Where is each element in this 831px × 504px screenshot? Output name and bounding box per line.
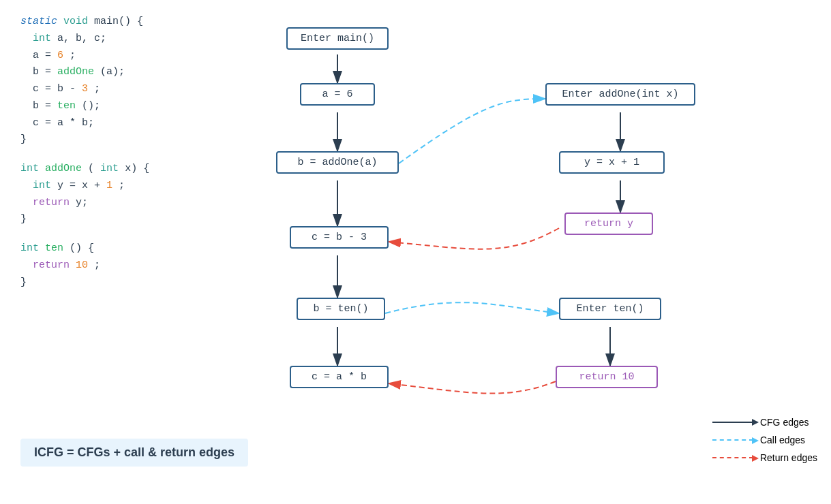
legend-cfg: CFG edges xyxy=(712,417,817,428)
code-line: c = b - 3 ; xyxy=(20,81,211,98)
node-enter-ten: Enter ten() xyxy=(559,298,661,320)
code-line: static void main() { xyxy=(20,14,211,31)
code-line: b = addOne (a); xyxy=(20,64,211,81)
legend: CFG edges Call edges Return edges xyxy=(712,417,817,470)
code-line: a = 6 ; xyxy=(20,48,211,65)
legend-call: Call edges xyxy=(712,435,817,445)
code-line: } xyxy=(20,131,211,148)
code-line: } xyxy=(20,274,211,292)
node-y-eq-x-plus-1: y = x + 1 xyxy=(559,151,665,174)
node-a-eq-6: a = 6 xyxy=(300,83,375,106)
legend-return: Return edges xyxy=(712,452,817,463)
code-line: return 10 ; xyxy=(20,257,211,274)
legend-call-label: Call edges xyxy=(760,435,805,445)
node-c-eq-a-star-b: c = a * b xyxy=(290,366,389,388)
code-line: } xyxy=(20,211,211,228)
code-line: b = ten (); xyxy=(20,98,211,115)
icfg-label: ICFG = CFGs + call & return edges xyxy=(20,439,248,467)
code-line: return y; xyxy=(20,195,211,212)
code-line: int a, b, c; xyxy=(20,31,211,48)
node-b-eq-ten: b = ten() xyxy=(297,298,385,320)
node-enter-addone: Enter addOne(int x) xyxy=(545,83,695,106)
code-block-addone: int addOne ( int x) { int y = x + 1 ; re… xyxy=(20,161,211,228)
code-line: int addOne ( int x) { xyxy=(20,161,211,178)
code-block-main: static void main() { int a, b, c; a = 6 … xyxy=(20,14,211,148)
node-enter-main: Enter main() xyxy=(286,27,389,50)
legend-return-label: Return edges xyxy=(760,452,817,463)
legend-cfg-label: CFG edges xyxy=(760,417,809,428)
node-return-10: return 10 xyxy=(556,366,658,388)
node-c-eq-b-minus-3: c = b - 3 xyxy=(290,226,389,249)
code-line: int ten () { xyxy=(20,240,211,257)
cfg-diagram: Enter main() a = 6 b = addOne(a) c = b -… xyxy=(211,7,804,470)
code-panel: static void main() { int a, b, c; a = 6 … xyxy=(20,14,211,303)
node-return-y: return y xyxy=(564,212,653,235)
code-line: c = a * b; xyxy=(20,115,211,132)
code-block-ten: int ten () { return 10 ; } xyxy=(20,240,211,291)
code-line: int y = x + 1 ; xyxy=(20,178,211,195)
node-b-eq-addone: b = addOne(a) xyxy=(276,151,399,174)
